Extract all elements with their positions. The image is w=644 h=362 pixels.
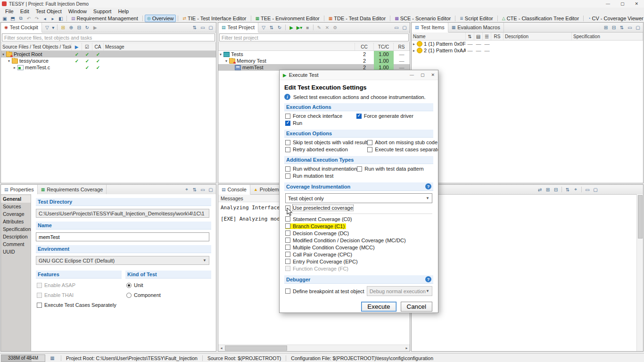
expander-icon[interactable]: ▸: [412, 49, 416, 53]
window-close-button[interactable]: ✕: [635, 1, 638, 6]
tree-row-tessy-source[interactable]: ▾ tessy\source ✓ ✓ ✓: [1, 58, 216, 64]
run-with-test-data-pattern-checkbox[interactable]: Run with test data pattern: [357, 165, 432, 172]
column-header-description[interactable]: Description: [504, 33, 572, 40]
run-column-header-icon[interactable]: ▶: [72, 43, 82, 50]
filter-icon[interactable]: ▽: [260, 24, 267, 31]
test-item-row-2[interactable]: ▸ 2 (1) Pattern 0xAA — — —: [412, 47, 643, 54]
maximize-panel-icon[interactable]: ▢: [592, 186, 599, 193]
view-menu-icon[interactable]: ⇅: [564, 186, 571, 193]
perspective-tie[interactable]: ⇄ TIE - Test Interface Editor: [180, 15, 248, 22]
column-header-rs[interactable]: RS: [394, 43, 410, 50]
maximize-panel-icon[interactable]: ▢: [401, 24, 408, 31]
help-icon[interactable]: ?: [425, 276, 431, 282]
menu-file[interactable]: File: [2, 8, 17, 14]
expander-icon[interactable]: ▸: [12, 66, 17, 70]
navigate-back-icon[interactable]: ◂: [41, 15, 49, 22]
check-column-header-icon[interactable]: ☑: [82, 43, 92, 50]
dialog-title-bar[interactable]: ▶ Execute Test — ▢ ✕: [280, 70, 438, 80]
tree-row-memtest-c[interactable]: ▸ memTest.c ✓ ✓: [1, 64, 216, 71]
run-with-options-button[interactable]: ▶▾: [296, 24, 303, 31]
scrollbar-thumb[interactable]: [225, 346, 287, 351]
column-header-rs[interactable]: RS: [491, 33, 504, 40]
settings-icon[interactable]: ⚙: [331, 24, 339, 31]
expander-icon[interactable]: ▾: [1, 52, 6, 57]
sort-column-icon[interactable]: ⇅: [466, 33, 474, 40]
name-field[interactable]: [36, 232, 209, 241]
execute-button[interactable]: Execute: [361, 302, 396, 312]
collapse-all-icon[interactable]: ⊟: [75, 24, 83, 31]
expand-all-icon[interactable]: ⊕: [67, 24, 75, 31]
run-checkbox[interactable]: Run: [285, 120, 356, 126]
tree-row-project-root[interactable]: ▾ Project Root ✓ ✓ ✓: [1, 51, 216, 58]
menu-window[interactable]: Window: [65, 8, 90, 14]
view-menu-icon[interactable]: ⇅: [191, 24, 198, 31]
maximize-panel-icon[interactable]: ▢: [634, 24, 642, 31]
link-editor-icon[interactable]: ⇄: [536, 186, 544, 193]
tree-row-tests[interactable]: ▾ Tests 2 1.00 —: [218, 51, 410, 58]
save-icon[interactable]: ⬒: [9, 15, 17, 22]
window-maximize-button[interactable]: ▢: [620, 1, 625, 6]
dialog-close-button[interactable]: ✕: [431, 73, 435, 77]
minimize-panel-icon[interactable]: ▭: [393, 24, 400, 31]
menu-help[interactable]: Help: [115, 8, 132, 14]
run-mutation-test-checkbox[interactable]: Run mutation test: [285, 173, 357, 179]
grid-column-icon[interactable]: ▤: [474, 33, 483, 40]
minimize-panel-icon[interactable]: ▭: [199, 186, 206, 193]
collapse-all-icon[interactable]: ⊟: [552, 186, 560, 193]
menu-test-object[interactable]: Test Object: [33, 8, 65, 14]
dialog-maximize-button[interactable]: ▢: [421, 73, 425, 77]
sidebar-item-coverage[interactable]: Coverage: [1, 210, 31, 218]
tree-row-memory-test[interactable]: ▾ Memory Test 2 1.00 —: [218, 58, 410, 64]
scroll-right-icon[interactable]: ▸: [404, 346, 410, 350]
copy-icon[interactable]: ⧉: [17, 15, 25, 22]
sidebar-item-comment[interactable]: Comment: [1, 240, 31, 248]
column-header-ca[interactable]: CA: [92, 43, 104, 50]
add-test-item-icon[interactable]: ⊞: [602, 24, 610, 31]
status-trash-icon[interactable]: ▦: [49, 355, 56, 362]
tab-console[interactable]: ▤ Console: [218, 185, 250, 195]
edit-icon[interactable]: ✎: [315, 24, 323, 31]
minimize-panel-icon[interactable]: ▭: [584, 186, 591, 193]
sidebar-item-description[interactable]: Description: [1, 233, 31, 240]
coverage-scope-dropdown[interactable]: Test object only ▼: [285, 193, 432, 203]
perspective-cte[interactable]: △ CTE - Classification Tree Editor: [500, 15, 581, 22]
environment-dropdown[interactable]: GNU GCC Eclipse CDT (Default) ▼: [36, 256, 209, 265]
menu-support[interactable]: Support: [90, 8, 115, 14]
sidebar-item-general[interactable]: General: [1, 195, 31, 203]
execute-test-cases-separately-checkbox[interactable]: Execute Test Cases Separately: [37, 302, 121, 308]
navigate-forward-icon[interactable]: ▸: [49, 15, 57, 22]
project-filter-input[interactable]: [219, 33, 409, 41]
entry-point-coverage-checkbox[interactable]: Entry Point Coverage (EPC): [285, 258, 432, 265]
new-test-collection-icon[interactable]: ⊞: [59, 24, 67, 31]
call-pair-coverage-checkbox[interactable]: Call Pair Coverage (CPC): [285, 251, 432, 258]
cockpit-filter-input[interactable]: [2, 33, 215, 41]
dialog-minimize-button[interactable]: —: [410, 73, 414, 77]
pin-icon[interactable]: ⌖: [572, 186, 579, 193]
expander-icon[interactable]: ▾: [218, 52, 223, 57]
new-icon[interactable]: ▣: [1, 15, 8, 22]
show-view-icon[interactable]: ◧: [57, 15, 65, 22]
mcc-coverage-checkbox[interactable]: Multiple Condition Coverage (MCC): [285, 244, 432, 251]
refresh-icon[interactable]: ↻: [83, 24, 91, 31]
tab-test-cockpit[interactable]: ◉ Test Cockpit: [1, 23, 42, 33]
sidebar-item-specification[interactable]: Specification: [1, 225, 31, 233]
sync-icon[interactable]: ⇅: [268, 24, 275, 31]
minimize-panel-icon[interactable]: ▭: [199, 24, 206, 31]
sidebar-item-attributes[interactable]: Attributes: [1, 218, 31, 225]
run-test-button[interactable]: ▶: [288, 24, 295, 31]
decision-coverage-checkbox[interactable]: Decision Coverage (DC): [285, 230, 432, 237]
skip-valid-result-checkbox[interactable]: Skip test objects with valid result: [285, 139, 367, 146]
unit-radio[interactable]: Unit: [126, 282, 210, 288]
menu-edit[interactable]: Edit: [17, 8, 33, 14]
component-radio[interactable]: Component: [126, 292, 210, 298]
mcdc-coverage-checkbox[interactable]: Modified Condition / Decision Coverage (…: [285, 237, 432, 244]
expander-icon[interactable]: ▸: [412, 42, 416, 46]
branch-coverage-checkbox[interactable]: Branch Coverage (C1): [285, 222, 432, 230]
pin-icon[interactable]: ⌖: [183, 186, 190, 193]
memory-gauge[interactable]: 338M of 484M: [1, 354, 45, 362]
abort-missing-stub-checkbox[interactable]: Abort on missing stub code: [367, 139, 438, 146]
scrollbar-thumb[interactable]: [638, 195, 643, 239]
column-header-specification[interactable]: Specification: [572, 33, 643, 40]
perspective-tee[interactable]: ▦ TEE - Environment Editor: [253, 15, 322, 22]
perspective-overview[interactable]: ◎ Overview: [145, 15, 176, 22]
